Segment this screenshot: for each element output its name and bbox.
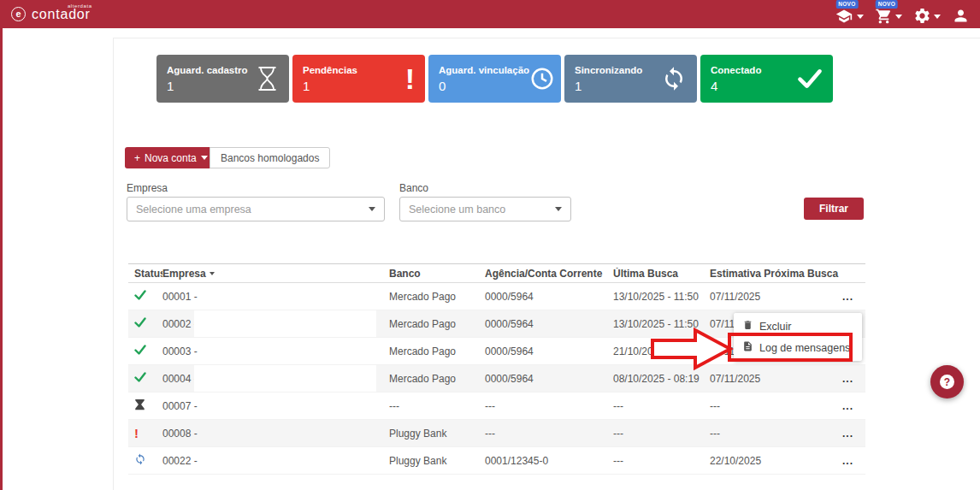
status-card-sincronizando[interactable]: Sincronizando 1 (564, 55, 697, 103)
plus-icon: + (134, 152, 140, 164)
accounts-table: Status Empresa Banco Agência/Conta Corre… (128, 263, 865, 475)
card-value: 4 (711, 79, 761, 93)
row-actions-button[interactable]: ... (842, 428, 865, 440)
col-banco: Banco (389, 268, 485, 280)
context-menu-log-de-mensagens[interactable]: Log de mensagens (734, 337, 862, 358)
chevron-down-icon (369, 207, 375, 211)
novo-badge: NOVO (835, 0, 858, 9)
card-label: Conectado (711, 65, 761, 75)
col-empresa-sort[interactable]: Empresa (162, 268, 389, 280)
novo-badge: NOVO (876, 0, 898, 9)
context-menu-excluir[interactable]: Excluir (734, 316, 862, 337)
check-icon (797, 68, 823, 90)
table-row[interactable]: 00001 - Mercado Pago 0000/5964 13/10/202… (128, 283, 865, 310)
status-card-aguard-cadastro[interactable]: Aguard. cadastro 1 (156, 55, 289, 103)
help-button[interactable]: ? (930, 365, 964, 398)
bancos-homologados-button[interactable]: Bancos homologados (210, 147, 330, 168)
status-syncing-icon (134, 456, 146, 468)
card-value: 1 (303, 79, 357, 93)
row-actions-button[interactable]: ... (842, 291, 865, 303)
status-connected-icon (134, 291, 146, 303)
col-status: Status (134, 268, 162, 280)
graduation-cap-icon (834, 8, 854, 25)
table-row[interactable]: 00007 - --- --- --- --- ... (128, 393, 865, 420)
chevron-down-icon (857, 15, 864, 19)
gear-icon (913, 7, 931, 25)
banco-label: Banco (399, 182, 428, 194)
table-body: 00001 - Mercado Pago 0000/5964 13/10/202… (128, 283, 865, 475)
sort-desc-icon (210, 272, 215, 275)
row-actions-button[interactable]: ... (842, 455, 865, 467)
col-estimativa: Estimativa Próxima Busca (710, 268, 842, 280)
card-value: 1 (575, 79, 642, 93)
chevron-down-icon (201, 156, 208, 160)
status-connected-icon (134, 318, 146, 330)
card-label: Pendências (303, 65, 357, 75)
settings-menu[interactable] (913, 7, 941, 25)
redaction-box (194, 310, 376, 337)
academy-menu[interactable]: NOVO (834, 8, 864, 25)
status-card-aguard-vinculacao[interactable]: Aguard. vinculação 0 (428, 55, 561, 103)
sync-icon (661, 66, 687, 92)
col-ultima-busca: Última Busca (613, 268, 710, 280)
clock-icon (529, 66, 555, 92)
status-waiting-icon (134, 401, 145, 413)
header-actions: NOVO NOVO (834, 3, 980, 25)
nova-conta-button[interactable]: + Nova conta (125, 147, 217, 168)
empresa-select[interactable]: Selecione uma empresa (127, 197, 385, 221)
trash-icon (742, 319, 753, 334)
app-logo[interactable]: e alterdata contador (0, 7, 91, 22)
hourglass-icon (256, 66, 279, 92)
table-row[interactable]: ! 00008 - Pluggy Bank --- --- --- ... (128, 420, 865, 447)
store-menu[interactable]: NOVO (875, 8, 902, 25)
table-row[interactable]: 00004 - Mercado Pago 0000/5964 08/10/202… (128, 365, 865, 393)
row-actions-button[interactable]: ... (842, 373, 865, 385)
table-row[interactable]: 00022 - Pluggy Bank 0001/12345-0 --- 22/… (128, 447, 865, 475)
banco-placeholder: Selecione um banco (409, 204, 505, 215)
logo-subtext: alterdata (68, 3, 92, 9)
card-label: Aguard. vinculação (439, 65, 529, 75)
person-icon (952, 7, 970, 25)
banco-select[interactable]: Selecione um banco (399, 197, 571, 221)
col-agencia: Agência/Conta Corrente (485, 268, 613, 280)
row-actions-button[interactable]: ... (842, 400, 865, 412)
card-label: Aguard. cadastro (167, 65, 248, 75)
left-accent-strip (0, 28, 3, 490)
empresa-label: Empresa (127, 182, 168, 194)
app-header: e alterdata contador NOVO NOVO (0, 0, 980, 28)
account-menu[interactable] (952, 7, 970, 25)
exclamation-icon: ! (405, 64, 415, 93)
status-connected-icon (134, 373, 146, 385)
redaction-box (194, 365, 376, 392)
card-value: 0 (439, 79, 529, 93)
status-card-pendencias[interactable]: Pendências 1 ! (292, 55, 425, 103)
chevron-down-icon (895, 15, 902, 19)
cart-icon (875, 8, 893, 25)
table-header: Status Empresa Banco Agência/Conta Corre… (128, 263, 865, 283)
logo-icon: e (11, 7, 26, 21)
logo-text: contador (32, 7, 91, 21)
status-card-conectado[interactable]: Conectado 4 (700, 55, 833, 103)
chevron-down-icon (934, 15, 941, 19)
status-connected-icon (134, 345, 146, 357)
status-pending-icon: ! (134, 427, 139, 440)
card-label: Sincronizando (575, 65, 642, 75)
card-value: 1 (167, 79, 248, 93)
filtrar-button[interactable]: Filtrar (804, 198, 864, 220)
question-mark-icon: ? (940, 375, 954, 389)
chevron-down-icon (555, 207, 562, 211)
empresa-placeholder: Selecione uma empresa (136, 204, 251, 215)
log-file-icon (742, 340, 753, 355)
row-context-menu: Excluir Log de mensagens (734, 313, 862, 361)
